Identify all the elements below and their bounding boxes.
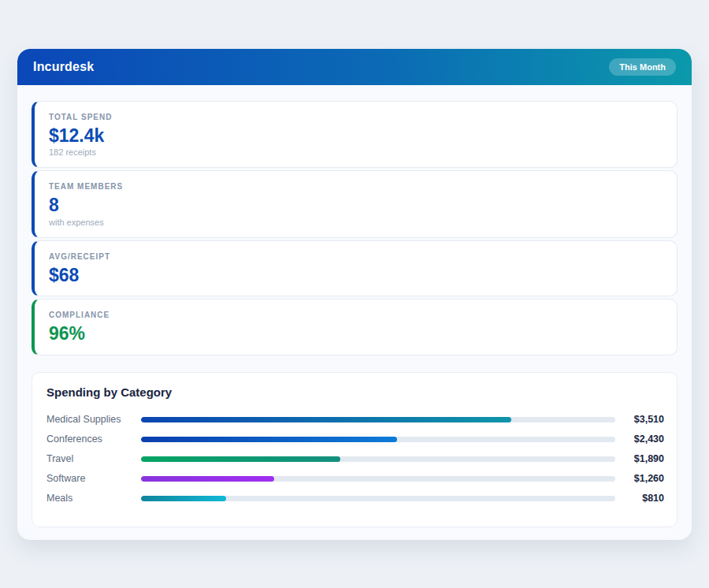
bar-fill — [141, 417, 511, 422]
stat-label: TOTAL SPEND — [49, 113, 663, 121]
category-row-medical-supplies: Medical Supplies $3,510 — [46, 410, 664, 430]
category-value: $3,510 — [615, 414, 664, 425]
bar-track — [141, 456, 615, 462]
category-value: $1,890 — [615, 453, 664, 464]
category-row-software: Software $1,260 — [46, 469, 664, 489]
category-value: $2,430 — [615, 434, 664, 445]
stat-subtext: with expenses — [49, 218, 663, 227]
stat-label: AVG/RECEIPT — [49, 252, 663, 261]
category-label: Software — [46, 473, 141, 484]
bar-fill — [141, 456, 340, 462]
category-value: $1,260 — [615, 473, 664, 484]
bar-fill — [141, 496, 226, 501]
bar-fill — [141, 437, 397, 442]
period-badge[interactable]: This Month — [609, 58, 676, 76]
stat-label: TEAM MEMBERS — [49, 182, 663, 191]
stat-card-avg-receipt: AVG/RECEIPT $68 — [32, 240, 677, 296]
panel-title: Spending by Category — [46, 385, 664, 399]
bar-track — [141, 476, 615, 482]
dashboard-content: TOTAL SPEND $12.4k 182 receipts TEAM MEM… — [17, 85, 692, 540]
spending-by-category-panel: Spending by Category Medical Supplies $3… — [32, 372, 677, 527]
stat-label: COMPLIANCE — [49, 311, 663, 319]
stat-card-compliance: COMPLIANCE 96% — [32, 299, 677, 355]
bar-track — [141, 496, 615, 501]
stat-card-team-members: TEAM MEMBERS 8 with expenses — [32, 170, 677, 237]
app-title: Incurdesk — [33, 60, 94, 74]
stat-subtext: 182 receipts — [49, 147, 663, 157]
category-row-travel: Travel $1,890 — [46, 449, 664, 469]
category-label: Meals — [46, 493, 141, 504]
stat-value: $68 — [49, 265, 663, 285]
bar-track — [141, 417, 615, 422]
stat-value: $12.4k — [49, 125, 663, 146]
stat-value: 8 — [49, 195, 663, 215]
category-label: Medical Supplies — [46, 414, 141, 425]
category-row-conferences: Conferences $2,430 — [46, 430, 664, 449]
stat-card-total-spend: TOTAL SPEND $12.4k 182 receipts — [32, 101, 677, 168]
app-header: Incurdesk This Month — [17, 49, 692, 85]
bar-track — [141, 437, 615, 442]
category-label: Conferences — [46, 434, 141, 445]
stat-value: 96% — [49, 323, 663, 344]
category-row-meals: Meals $810 — [46, 489, 664, 508]
dashboard-card: Incurdesk This Month TOTAL SPEND $12.4k … — [17, 49, 692, 540]
category-label: Travel — [46, 453, 141, 464]
bar-fill — [141, 476, 274, 482]
category-value: $810 — [615, 493, 664, 504]
